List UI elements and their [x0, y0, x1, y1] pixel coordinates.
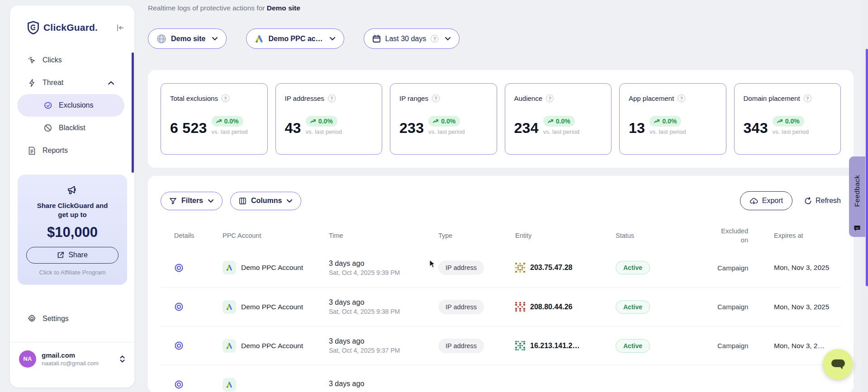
user-name: gmail.com: [42, 351, 99, 359]
stat-delta-badge: 0.0%: [306, 116, 337, 127]
table-row: Demo PPC Account 3 days ago Sat, Oct 4, …: [161, 287, 841, 326]
entity-value: 208.80.44.26: [530, 303, 572, 311]
trend-up-icon: [654, 119, 660, 123]
column-header: PPC Account: [223, 232, 329, 239]
stat-title: IP addresses: [285, 94, 324, 102]
document-icon: [27, 146, 36, 155]
status-badge: Active: [616, 339, 650, 353]
column-header: Expires at: [772, 232, 841, 239]
sidebar-item-blacklist[interactable]: Blacklist: [10, 117, 127, 139]
collapse-sidebar-icon[interactable]: [116, 24, 124, 32]
chevron-down-icon: [208, 197, 214, 205]
gear-icon: [27, 314, 36, 323]
sort-chevrons-icon: [119, 355, 125, 363]
stat-delta-badge: 0.0%: [212, 116, 243, 127]
date-range-label: Last 30 days: [385, 35, 427, 43]
cloud-download-icon: [749, 197, 758, 205]
sidebar-item-label: Settings: [43, 315, 69, 323]
promo-text: Share ClickGuard and get up to: [32, 201, 113, 220]
excluded-on-value: Campaign: [717, 342, 772, 349]
stat-card: IP addresses ? 43 0.0% vs. last period: [275, 83, 383, 155]
stat-title: Domain placement: [744, 94, 800, 102]
ppc-account-selector[interactable]: Demo PPC ac…: [246, 28, 344, 49]
sidebar-item-label: Clicks: [43, 56, 62, 64]
sidebar-item-threat[interactable]: Threat: [10, 71, 127, 94]
affiliate-promo-card[interactable]: Share ClickGuard and get up to $10,000 S…: [18, 175, 127, 285]
promo-amount: $10,000: [24, 224, 121, 241]
chevron-up-icon: [108, 81, 114, 85]
export-button[interactable]: Export: [740, 191, 792, 210]
feedback-chat-icon: [854, 225, 861, 232]
sidebar-item-label: Threat: [43, 79, 63, 87]
eye-icon[interactable]: [174, 302, 184, 312]
stat-value: 13: [629, 121, 645, 135]
column-header: Time: [329, 232, 438, 239]
feedback-label: Feedback: [853, 175, 861, 207]
eye-icon[interactable]: [174, 263, 184, 273]
calendar-icon: [372, 34, 381, 43]
eye-icon[interactable]: [174, 341, 184, 350]
help-icon[interactable]: ?: [804, 94, 811, 102]
help-icon[interactable]: ?: [328, 94, 336, 102]
table-row: Demo PPC Account 3 days ago Sat, Oct 4, …: [161, 326, 841, 365]
stat-value: 234: [514, 121, 539, 135]
clickguard-logo-icon: [27, 21, 39, 34]
stat-card: Total exclusions ? 6 523 0.0% vs. last p…: [161, 83, 268, 155]
columns-icon: [239, 197, 247, 205]
chat-launcher-button[interactable]: [823, 349, 853, 379]
subtitle-site-name: Demo site: [267, 4, 300, 12]
type-badge: IP address: [438, 260, 484, 275]
date-range-selector[interactable]: Last 30 days ?: [364, 28, 460, 49]
stat-delta-badge: 0.0%: [650, 116, 681, 127]
promo-caption: Click to Affiliate Program: [24, 269, 121, 276]
refresh-icon: [804, 197, 812, 205]
sidebar-item-exclusions[interactable]: Exclusions: [17, 94, 124, 117]
sidebar-item-label: Blacklist: [59, 124, 85, 132]
refresh-button[interactable]: Refresh: [804, 197, 841, 205]
trend-up-icon: [310, 119, 316, 123]
badge-check-icon: [43, 101, 52, 110]
help-icon[interactable]: ?: [678, 94, 685, 102]
sidebar-item-reports[interactable]: Reports: [10, 139, 127, 162]
selectors-row: Demo site Demo PPC ac…: [148, 28, 850, 49]
feedback-tab[interactable]: Feedback: [849, 156, 865, 237]
ban-icon: [43, 124, 52, 132]
user-menu[interactable]: NA gmail.com naatali.ro@gmail.com: [10, 342, 134, 368]
share-button[interactable]: Share: [26, 247, 119, 264]
external-link-icon: [57, 251, 64, 259]
help-icon[interactable]: ?: [546, 94, 554, 102]
eye-icon[interactable]: [174, 380, 184, 389]
filters-button[interactable]: Filters: [161, 192, 223, 210]
table-toolbar: Filters Columns: [161, 191, 841, 210]
sidebar-item-clicks[interactable]: Clicks: [10, 49, 127, 71]
help-icon[interactable]: ?: [222, 94, 229, 102]
page-scrollbar-thumb[interactable]: [866, 49, 868, 286]
column-header: Type: [438, 232, 515, 239]
subtitle-prefix: Realtime logs of protective actions for: [148, 4, 267, 12]
stat-delta-value: 0.0%: [785, 118, 800, 125]
avatar: NA: [19, 350, 36, 368]
help-icon[interactable]: ?: [432, 94, 440, 102]
column-header: Entity: [515, 232, 616, 239]
trend-up-icon: [433, 119, 439, 123]
help-icon[interactable]: ?: [431, 35, 438, 43]
stat-delta-value: 0.0%: [224, 118, 239, 125]
chevron-down-icon: [212, 37, 218, 41]
columns-button[interactable]: Columns: [230, 192, 301, 210]
entity-value: 203.75.47.28: [530, 264, 572, 272]
stat-delta-value: 0.0%: [441, 118, 455, 125]
stat-delta-badge: 0.0%: [428, 116, 460, 127]
stat-title: IP ranges: [399, 94, 428, 102]
time-relative: 3 days ago: [329, 260, 438, 268]
stat-card: Domain placement ? 343 0.0% vs. last per…: [734, 83, 841, 155]
chevron-down-icon: [445, 37, 451, 41]
sidebar-item-settings[interactable]: Settings: [10, 307, 127, 330]
site-selector[interactable]: Demo site: [148, 28, 227, 49]
sidebar-scrollbar-thumb[interactable]: [132, 52, 134, 173]
stat-title: App placement: [629, 94, 674, 102]
columns-button-label: Columns: [251, 197, 282, 205]
entity-identicon: [515, 263, 525, 273]
time-relative: 3 days ago: [329, 298, 438, 307]
logo-row: ClickGuard.: [10, 5, 134, 34]
stat-caption: vs. last period: [306, 128, 342, 135]
